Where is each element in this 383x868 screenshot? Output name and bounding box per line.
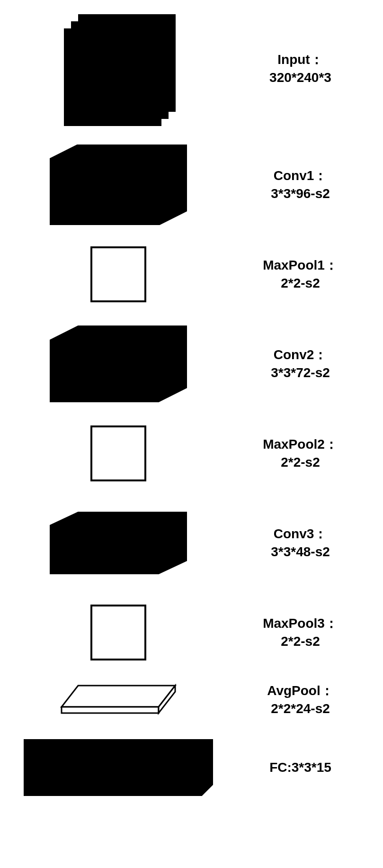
svg-marker-4 (62, 707, 159, 713)
layer-params: 3*3*96-s2 (227, 185, 374, 203)
layer-params: 2*2-s2 (227, 453, 374, 471)
layer-title: MaxPool1： (227, 256, 374, 274)
layer-title: Conv2： (227, 346, 374, 364)
svg-marker-2 (50, 512, 187, 574)
layer-params: 3*3*48-s2 (227, 543, 374, 561)
layer-row-conv2: Conv2： 3*3*72-s2 (9, 324, 374, 404)
layer-title: MaxPool2： (227, 435, 374, 453)
stacked-squares-icon (64, 14, 173, 123)
layer-params: 2*2-s2 (227, 633, 374, 651)
svg-marker-1 (50, 326, 187, 402)
pool-square-icon (90, 605, 146, 660)
layer-title: MaxPool3： (227, 615, 374, 633)
layer-params: 2*2-s2 (227, 274, 374, 292)
layer-row-maxpool1: MaxPool1： 2*2-s2 (9, 246, 374, 302)
label-conv3: Conv3： 3*3*48-s2 (227, 525, 374, 561)
label-conv2: Conv2： 3*3*72-s2 (227, 346, 374, 382)
layer-row-maxpool2: MaxPool2： 2*2-s2 (9, 425, 374, 481)
shape-conv1 (9, 145, 227, 225)
svg-marker-3 (62, 686, 175, 707)
conv-block-icon (50, 145, 187, 225)
svg-marker-0 (50, 145, 187, 225)
layer-title: Conv3： (227, 525, 374, 543)
label-input: Input： 320*240*3 (227, 51, 374, 87)
shape-fc (9, 739, 227, 796)
layer-row-avgpool: AvgPool： 2*2*24-s2 (9, 682, 374, 718)
layer-title: FC:3*3*15 (227, 759, 374, 777)
layer-title: Conv1： (227, 167, 374, 185)
shape-maxpool3 (9, 605, 227, 660)
label-maxpool1: MaxPool1： 2*2-s2 (227, 256, 374, 292)
layer-row-fc: FC:3*3*15 (9, 739, 374, 796)
layer-row-conv3: Conv3： 3*3*48-s2 (9, 503, 374, 583)
shape-avgpool (9, 683, 227, 716)
layer-row-maxpool3: MaxPool3： 2*2-s2 (9, 605, 374, 660)
layer-title: Input： (227, 51, 374, 69)
pool-square-icon (90, 425, 146, 481)
layer-title: AvgPool： (227, 682, 374, 700)
layer-row-conv1: Conv1： 3*3*96-s2 (9, 145, 374, 225)
label-fc: FC:3*3*15 (227, 759, 374, 777)
svg-marker-6 (24, 739, 213, 796)
shape-maxpool2 (9, 425, 227, 481)
label-maxpool2: MaxPool2： 2*2-s2 (227, 435, 374, 471)
shape-input (9, 14, 227, 123)
shape-maxpool1 (9, 246, 227, 302)
conv-block-icon (50, 503, 187, 583)
fc-block-icon (24, 739, 213, 796)
layer-row-input: Input： 320*240*3 (9, 14, 374, 123)
layer-params: 3*3*72-s2 (227, 364, 374, 382)
label-conv1: Conv1： 3*3*96-s2 (227, 167, 374, 203)
label-maxpool3: MaxPool3： 2*2-s2 (227, 615, 374, 651)
pool-square-icon (90, 246, 146, 302)
shape-conv3 (9, 503, 227, 583)
layer-params: 2*2*24-s2 (227, 700, 374, 718)
shape-conv2 (9, 324, 227, 404)
layer-params: 320*240*3 (227, 69, 374, 87)
label-avgpool: AvgPool： 2*2*24-s2 (227, 682, 374, 718)
conv-block-icon (50, 324, 187, 404)
slab-icon (59, 683, 178, 716)
